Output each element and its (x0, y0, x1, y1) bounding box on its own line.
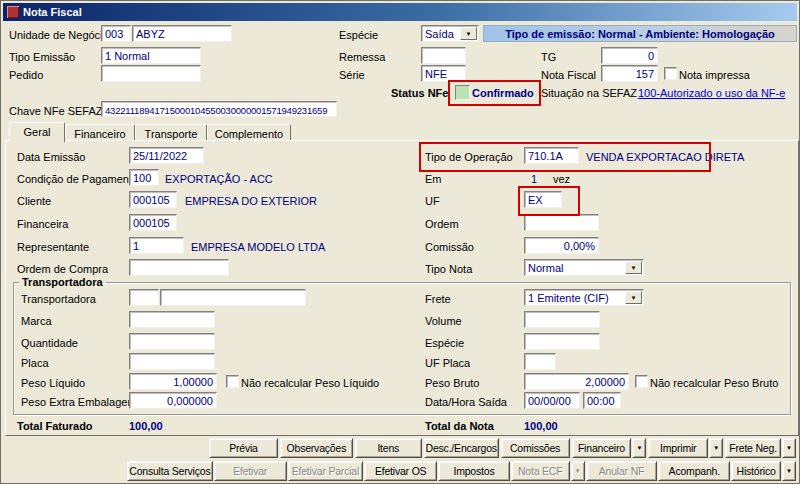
status-nfe-label: Status NFe (391, 87, 448, 100)
nota-fiscal-label: Nota Fiscal (541, 69, 596, 82)
frete-neg-button[interactable]: Frete Neg. (725, 438, 781, 458)
frete-label: Frete (425, 293, 451, 306)
pedido-field[interactable] (101, 65, 201, 82)
ordem-compra-label: Ordem de Compra (17, 263, 108, 276)
tipo-operacao-code-field[interactable]: 710.1A (524, 147, 579, 164)
efetivar-parcial-button: Efetivar Parcial (288, 461, 364, 481)
comissoes-button[interactable]: Comissões (501, 438, 570, 458)
historico-split-button: Histórico ▼ (731, 461, 796, 481)
imprimir-split-button: Imprimir ▼ (648, 438, 723, 458)
total-da-nota-label: Total da Nota (425, 420, 494, 433)
tab-geral[interactable]: Geral (9, 122, 65, 142)
unidade-negocio-code-field[interactable]: 003 (101, 25, 131, 42)
pedido-label: Pedido (9, 69, 43, 82)
tab-transporte[interactable]: Transporte (135, 124, 207, 140)
nota-ecf-button: Nota ECF (511, 461, 570, 481)
consulta-servicos-button[interactable]: Consulta Serviços (127, 461, 213, 481)
transportadora-name-field[interactable] (160, 289, 306, 306)
total-da-nota-value: 100,00 (524, 420, 558, 433)
comissao-field[interactable]: 0,00% (524, 237, 599, 254)
financeiro-dropdown-arrow-icon[interactable]: ▼ (632, 438, 646, 458)
serie-label: Série (339, 69, 365, 82)
uf-placa-label: UF Placa (425, 357, 470, 370)
desc-encargos-button[interactable]: Desc./Encargos (424, 438, 499, 458)
chave-nfe-field[interactable]: 4322111894171500010455003000000157194923… (101, 101, 337, 117)
ordem-compra-field[interactable] (129, 259, 229, 276)
status-green-indicator (455, 85, 470, 100)
hora-saida-field[interactable]: 00:00 (583, 392, 621, 409)
comissao-label: Comissão (425, 241, 474, 254)
peso-liquido-field[interactable]: 1,00000 (129, 373, 217, 390)
tipo-nota-label: Tipo Nota (425, 263, 472, 276)
financeiro-split-button: Financeiro ▼ (572, 438, 647, 458)
historico-button[interactable]: Histórico (731, 461, 781, 481)
uf-placa-field[interactable] (524, 353, 556, 370)
nota-fiscal-number-field[interactable]: 157 (601, 65, 658, 82)
especie-dropdown-arrow-icon[interactable]: ▼ (460, 27, 477, 40)
peso-extra-embalagem-label: Peso Extra Embalagem (21, 396, 137, 409)
nao-recalcular-peso-bruto-checkbox[interactable] (635, 375, 648, 388)
sefaz-status-link[interactable]: 100-Autorizado o uso da NF-e (638, 87, 785, 99)
marca-field[interactable] (129, 311, 215, 328)
peso-bruto-field[interactable]: 2,00000 (524, 373, 629, 390)
observacoes-button[interactable]: Observações (280, 438, 353, 458)
tg-field[interactable]: 0 (601, 47, 658, 64)
frete-select[interactable]: 1 Emitente (CIF) ▼ (524, 289, 644, 306)
peso-liquido-label: Peso Líquido (21, 377, 85, 390)
historico-dropdown-arrow-icon[interactable]: ▼ (782, 461, 796, 481)
placa-label: Placa (21, 357, 49, 370)
especie-select[interactable]: Saída ▼ (421, 25, 479, 42)
previa-button[interactable]: Prévia (209, 438, 278, 458)
status-nfe-value: Confirmado (472, 87, 534, 100)
volume-field[interactable] (524, 311, 600, 328)
total-faturado-label: Total Faturado (17, 420, 93, 433)
especie-transporte-label: Espécie (425, 337, 464, 350)
condicao-pagamento-desc: EXPORTAÇÃO - ACC (165, 173, 273, 186)
anular-nf-button: Anular NF (586, 461, 658, 481)
imprimir-dropdown-arrow-icon[interactable]: ▼ (709, 438, 723, 458)
tab-financeiro[interactable]: Financeiro (65, 124, 135, 140)
tipo-emissao-field[interactable]: 1 Normal (101, 47, 201, 64)
tipo-nota-dropdown-arrow-icon[interactable]: ▼ (625, 261, 642, 274)
nao-recalcular-peso-liquido-checkbox[interactable] (226, 375, 239, 388)
tab-complemento[interactable]: Complemento (207, 124, 291, 140)
peso-bruto-label: Peso Bruto (425, 377, 479, 390)
nota-ecf-split-button: Nota ECF ▼ (511, 461, 585, 481)
total-faturado-value: 100,00 (129, 420, 163, 433)
window-icon (7, 6, 19, 18)
imprimir-button[interactable]: Imprimir (648, 438, 708, 458)
frete-neg-split-button: Frete Neg. ▼ (725, 438, 796, 458)
serie-field[interactable]: NFE (421, 65, 466, 82)
peso-extra-embalagem-field[interactable]: 0,000000 (129, 392, 217, 409)
cliente-code-field[interactable]: 000105 (129, 191, 177, 208)
transportadora-label: Transportadora (21, 293, 96, 306)
emission-environment-banner: Tipo de emissão: Normal - Ambiente: Homo… (483, 25, 797, 42)
unidade-negocio-name-field[interactable]: ABYZ (132, 25, 232, 42)
representante-code-field[interactable]: 1 (129, 237, 184, 254)
especie-transporte-field[interactable] (524, 333, 600, 350)
data-saida-field[interactable]: 00/00/00 (524, 392, 580, 409)
uf-field[interactable]: EX (524, 191, 562, 208)
transportadora-code-field[interactable] (129, 289, 159, 306)
impostos-button[interactable]: Impostos (438, 461, 510, 481)
data-emissao-field[interactable]: 25/11/2022 (129, 147, 204, 164)
nao-recalcular-peso-bruto-label: Não recalcular Peso Bruto (650, 377, 778, 390)
efetivar-os-button[interactable]: Efetivar OS (364, 461, 437, 481)
itens-button[interactable]: Itens (355, 438, 422, 458)
remessa-field[interactable] (421, 47, 466, 64)
condicao-pagamento-code-field[interactable]: 100 (129, 169, 159, 186)
volume-label: Volume (425, 315, 462, 328)
quantidade-field[interactable] (129, 333, 215, 350)
frete-neg-dropdown-arrow-icon[interactable]: ▼ (782, 438, 796, 458)
frete-dropdown-arrow-icon[interactable]: ▼ (625, 291, 642, 304)
representante-desc: EMPRESA MODELO LTDA (191, 241, 325, 254)
financeiro-button[interactable]: Financeiro (572, 438, 632, 458)
uf-label: UF (425, 195, 440, 208)
ordem-field[interactable] (524, 214, 599, 231)
tipo-nota-select[interactable]: Normal ▼ (524, 259, 644, 276)
financeira-code-field[interactable]: 000105 (129, 214, 177, 231)
ordem-label: Ordem (425, 218, 459, 231)
nota-impressa-checkbox[interactable] (664, 67, 677, 80)
acompanh-button[interactable]: Acompanh. (658, 461, 730, 481)
placa-field[interactable] (129, 353, 215, 370)
